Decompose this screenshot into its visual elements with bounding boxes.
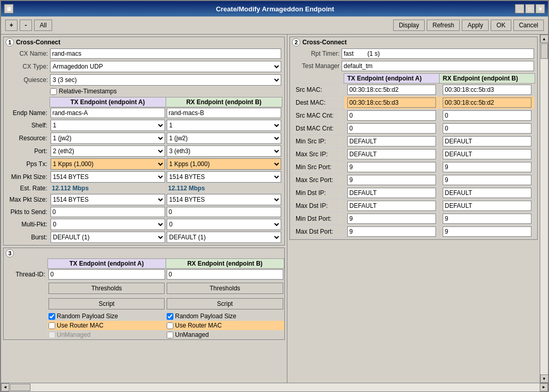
max-dst-ip-a-input[interactable]	[347, 201, 436, 211]
src-mac-cnt-a-input[interactable]	[347, 110, 436, 121]
multi-pkt-b-select[interactable]: 0	[167, 219, 281, 230]
burst-b-select[interactable]: DEFAULT (1)	[167, 232, 281, 243]
port-a-select[interactable]: 2 (eth2)	[51, 145, 165, 157]
src-mac-cnt-b-input[interactable]	[443, 110, 531, 121]
unmanaged-a-checkbox[interactable]	[49, 332, 55, 338]
quiesce-select[interactable]: 3 (3 sec)	[50, 74, 281, 86]
scroll-up-button[interactable]: ▲	[540, 35, 548, 43]
src-mac-a-input[interactable]	[347, 85, 436, 95]
min-dst-port-b-input[interactable]	[443, 214, 531, 224]
main-window: 🖥 Create/Modify Armageddon Endpoint _ □ …	[0, 0, 549, 392]
max-src-port-b-input[interactable]	[443, 175, 531, 185]
shelf-a-select[interactable]: 1	[51, 120, 165, 131]
max-dst-port-b-input[interactable]	[443, 226, 531, 237]
pkts-to-send-label: Pkts to Send:	[6, 206, 50, 218]
rpt-timer-label: Rpt Timer:	[293, 50, 340, 57]
min-dst-port-label: Min Dst Port:	[293, 213, 344, 225]
section-2: 2 Cross-Connect Rpt Timer: Test Manager	[289, 37, 538, 240]
random-payload-a-checkbox[interactable]	[49, 313, 55, 320]
resource-b-select[interactable]: 1 (jw2)	[167, 133, 281, 144]
min-src-ip-b-input[interactable]	[443, 136, 531, 146]
cancel-button[interactable]: Cancel	[513, 20, 544, 31]
vertical-scrollbar[interactable]: ▲ ▼	[540, 35, 548, 383]
max-src-port-a-input[interactable]	[347, 175, 436, 185]
rpt-timer-input[interactable]	[342, 48, 534, 59]
scroll-right-button[interactable]: ►	[540, 383, 548, 391]
test-manager-input[interactable]	[342, 61, 534, 71]
max-dst-port-a-input[interactable]	[347, 226, 436, 237]
hscroll-track[interactable]	[9, 383, 540, 391]
src-mac-b-input[interactable]	[443, 85, 531, 95]
section1-cross-connect-label: Cross-Connect	[16, 39, 60, 46]
ok-button[interactable]: OK	[491, 20, 511, 31]
rx-endpoint-header-3: RX Endpoint (endpoint B)	[166, 259, 284, 269]
endp-name-label: Endp Name:	[6, 107, 50, 119]
min-src-ip-a-input[interactable]	[347, 136, 436, 146]
refresh-button[interactable]: Refresh	[427, 20, 460, 31]
minus-button[interactable]: -	[20, 20, 32, 31]
max-src-ip-b-input[interactable]	[443, 149, 531, 159]
scroll-down-button[interactable]: ▼	[540, 374, 548, 383]
dest-mac-a-input[interactable]	[347, 97, 436, 108]
thresholds-a-button[interactable]: Thresholds	[49, 283, 165, 294]
endp-name-b-input[interactable]	[167, 108, 281, 118]
horizontal-scrollbar[interactable]: ◄ ►	[1, 383, 548, 391]
script-a-button[interactable]: Script	[49, 298, 165, 309]
script-b-button[interactable]: Script	[167, 298, 283, 309]
unmanaged-b-checkbox[interactable]	[167, 332, 173, 338]
max-src-ip-a-input[interactable]	[347, 149, 436, 159]
all-button[interactable]: All	[34, 20, 52, 31]
relative-timestamps-label: Relative-Timestamps	[59, 88, 117, 95]
display-button[interactable]: Display	[393, 20, 425, 31]
scroll-track[interactable]	[540, 43, 548, 374]
min-dst-port-a-input[interactable]	[347, 214, 436, 224]
random-payload-a-label: Random Payload Size	[57, 313, 118, 320]
thread-id-b-input[interactable]	[167, 269, 283, 280]
scroll-thumb[interactable]	[541, 43, 548, 59]
shelf-b-select[interactable]: 1	[167, 120, 281, 131]
hscroll-thumb[interactable]	[10, 384, 30, 391]
endp-name-a-input[interactable]	[51, 108, 165, 118]
min-pkt-size-label: Min Pkt Size:	[6, 171, 50, 184]
pkts-to-send-a-input[interactable]	[51, 207, 165, 217]
min-dst-ip-b-input[interactable]	[443, 188, 531, 198]
scroll-left-button[interactable]: ◄	[1, 383, 9, 391]
pkts-to-send-b-input[interactable]	[167, 207, 281, 217]
random-payload-b-checkbox[interactable]	[167, 313, 173, 320]
use-router-mac-a-checkbox[interactable]	[49, 322, 55, 329]
close-button[interactable]: ✕	[536, 4, 545, 13]
apply-button[interactable]: Apply	[462, 20, 489, 31]
min-src-port-a-input[interactable]	[347, 162, 436, 172]
min-dst-ip-a-input[interactable]	[347, 188, 436, 198]
maximize-button[interactable]: □	[525, 4, 535, 13]
dst-mac-cnt-label: Dst MAC Cnt:	[293, 122, 344, 135]
relative-timestamps-checkbox[interactable]	[50, 88, 57, 95]
section2-badge: 2	[292, 38, 300, 46]
dst-mac-cnt-a-input[interactable]	[347, 123, 436, 134]
dst-mac-cnt-b-input[interactable]	[443, 123, 531, 134]
dest-mac-b-input[interactable]	[443, 97, 531, 108]
section3-badge: 3	[6, 249, 14, 257]
section-1: 1 Cross-Connect CX Name: CX Type: Ar	[3, 37, 285, 246]
thresholds-b-button[interactable]: Thresholds	[167, 283, 283, 294]
pps-tx-a-select[interactable]: 1 Kpps (1,000)	[51, 158, 165, 170]
use-router-mac-b-checkbox[interactable]	[167, 322, 173, 329]
resource-a-select[interactable]: 1 (jw2)	[51, 133, 165, 144]
max-pkt-a-select[interactable]: 1514 BYTES	[51, 194, 165, 205]
thread-id-a-input[interactable]	[49, 269, 165, 280]
multi-pkt-a-select[interactable]: 0	[51, 219, 165, 230]
cx-type-select[interactable]: Armageddon UDP	[50, 61, 281, 72]
max-pkt-b-select[interactable]: 1514 BYTES	[167, 194, 281, 205]
multi-pkt-label: Multi-Pkt:	[6, 218, 50, 231]
min-pkt-b-select[interactable]: 1514 BYTES	[167, 171, 281, 183]
cx-name-input[interactable]	[50, 48, 281, 59]
cx-name-label: CX Name:	[7, 50, 48, 57]
min-pkt-a-select[interactable]: 1514 BYTES	[51, 171, 165, 183]
port-b-select[interactable]: 3 (eth3)	[167, 145, 281, 157]
max-dst-ip-b-input[interactable]	[443, 201, 531, 211]
minimize-button[interactable]: _	[515, 4, 524, 13]
min-src-port-b-input[interactable]	[443, 162, 531, 172]
burst-a-select[interactable]: DEFAULT (1)	[51, 232, 165, 243]
pps-tx-b-select[interactable]: 1 Kpps (1,000)	[167, 158, 281, 170]
add-button[interactable]: +	[5, 20, 18, 31]
